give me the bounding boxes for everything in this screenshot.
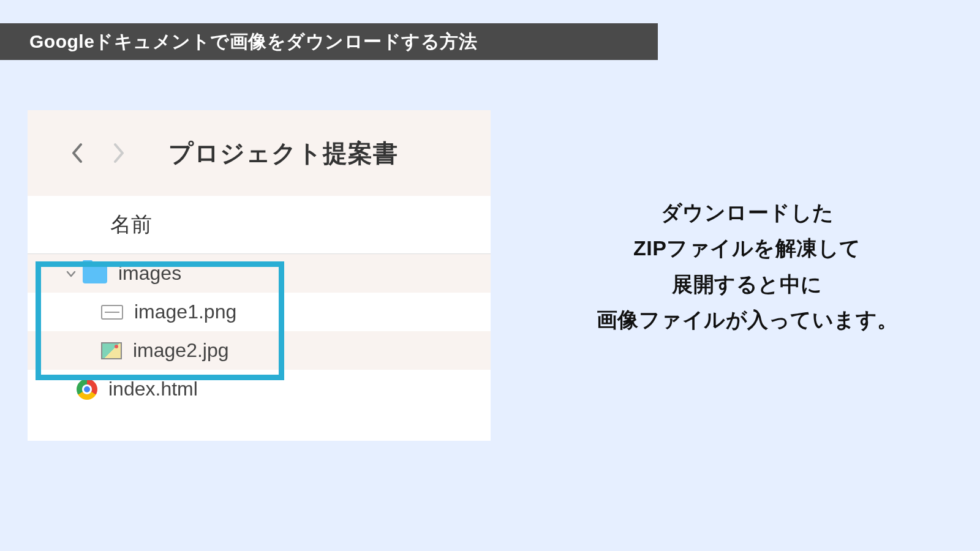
slide-title-bar: Googleドキュメントで画像をダウンロードする方法: [0, 23, 658, 60]
explanation-line: 展開すると中に: [533, 266, 962, 302]
folder-name: images: [118, 262, 181, 285]
name-column-label: 名前: [110, 211, 152, 239]
jpg-file-icon: [101, 342, 122, 359]
file-name: index.html: [108, 378, 198, 400]
folder-icon: [83, 264, 107, 283]
png-file-icon: [101, 305, 123, 320]
explanation-line: ZIPファイルを解凍して: [533, 230, 962, 266]
folder-row-images[interactable]: images: [28, 254, 491, 293]
file-row-image2[interactable]: image2.jpg: [28, 331, 491, 370]
folder-title: プロジェクト提案書: [168, 137, 398, 170]
browser-header: プロジェクト提案書: [28, 110, 491, 196]
file-browser: プロジェクト提案書 名前 images image1.png image2.jp…: [28, 110, 491, 441]
chevron-left-icon: [70, 142, 83, 164]
file-row-image1[interactable]: image1.png: [28, 293, 491, 331]
chevron-right-icon: [113, 142, 126, 164]
explanation-line: ダウンロードした: [533, 195, 962, 230]
file-row-index[interactable]: index.html: [28, 370, 491, 408]
name-column-header[interactable]: 名前: [28, 196, 491, 254]
file-name: image2.jpg: [133, 339, 229, 362]
disclosure-icon[interactable]: [66, 268, 77, 279]
nav-forward-button[interactable]: [107, 141, 132, 165]
chrome-html-icon: [77, 379, 97, 400]
file-name: image1.png: [134, 301, 236, 323]
explanation-text: ダウンロードした ZIPファイルを解凍して 展開すると中に 画像ファイルが入って…: [533, 195, 962, 338]
nav-back-button[interactable]: [64, 141, 89, 165]
explanation-line: 画像ファイルが入っています。: [533, 302, 962, 337]
slide-title: Googleドキュメントで画像をダウンロードする方法: [29, 29, 477, 54]
